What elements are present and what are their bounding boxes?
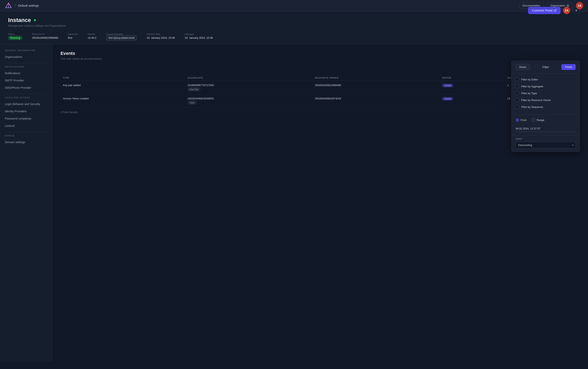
status-badge: Running [8,36,22,40]
radio-range-outer [532,118,535,122]
filter-option-filter_sequence[interactable]: Filter by Sequence [515,103,576,110]
filter-option-label-filter_resource_owner: Filter by Resource Owner [521,99,551,102]
filter-panel-title: Filter [533,65,559,69]
resource-id-label: Resource Id [32,33,58,35]
filter-option-label-filter_sequence: Filter by Sequence [521,105,543,109]
status-label: Status [8,33,22,35]
radio-range[interactable]: Range [532,118,544,122]
filter-option-filter_resource_owner[interactable]: Filter by Resource Owner [515,97,576,103]
sort-select[interactable]: DescendingAscending [515,142,576,148]
table-row[interactable]: Access Token created 250281845823039552 … [61,94,580,107]
custom-domain-badge: first-tqszuy.zitadel.cloud [106,35,137,41]
filter-panel-header: Reset Filter Finish [512,61,580,74]
sidebar-divider-3 [5,132,47,132]
filter-option-filter_type[interactable]: Filter by Type [515,90,576,97]
topnav: / Default settings Documentation Organiz… [0,0,588,11]
documentation-label: Documentation [523,4,540,7]
checkbox-filter_resource_owner[interactable] [515,98,519,102]
meta-version: Version v2.44.2 [88,33,96,39]
svg-line-4 [555,10,556,11]
meta-custom-domains: Custom Domains first-tqszuy.zitadel.clou… [106,33,137,39]
instance-subtitle: Manage your instance settings and Organi… [8,24,580,27]
cell-aggregate: 252865985776727550 Key Pair [185,81,313,94]
meta-name: Name first first [68,33,78,39]
version-label: Version [88,33,96,35]
instance-meta: Status Running Resource Id 2502818458229… [8,31,580,39]
cell-resource-owner: 250281845822974016 [313,94,440,107]
changed-label: Changed [185,33,213,35]
sidebar-item-notifications[interactable]: Notifications [0,70,52,77]
gear-icon [567,4,569,7]
events-subtitle: This view shows all occured events. [61,57,580,60]
cell-editor: zitadel [440,81,505,94]
col-resource-owner: Resource Owner [313,75,440,81]
radio-from-inner [516,119,518,121]
sidebar-item-domain-settings[interactable]: Domain settings [0,139,52,146]
instance-status-dot [34,19,36,21]
col-type: Type [61,75,185,81]
filter-bar: Filter F [61,65,580,72]
events-title: Events [61,51,580,56]
events-table: Type Aggregate Resource Owner Editor Seq… [61,75,580,107]
breadcrumb-separator: / [14,3,16,8]
documentation-button[interactable]: Documentation [519,3,544,9]
changed-value: 19. January 2024, 15:46 [185,36,213,39]
datetime-value[interactable]: 06.02.2024, 11:37:57 [515,125,576,132]
organization-label: Organization [550,4,565,7]
sidebar-item-lockout[interactable]: Lockout [0,122,52,129]
filter-reset-button[interactable]: Reset [515,64,530,70]
sidebar-item-sms[interactable]: SMS/Phone Provider [0,84,52,91]
sidebar-item-smtp[interactable]: SMTP Provider [0,77,52,84]
radio-range-label: Range [536,119,544,122]
checkbox-filter_editor[interactable] [515,78,519,81]
col-aggregate: Aggregate [185,75,313,81]
filter-option-filter_aggregate[interactable]: Filter by Aggregate [515,83,576,90]
filter-options: Filter by Editor Filter by Aggregate Fil… [512,74,580,113]
filter-option-label-filter_type: Filter by Type [521,92,537,95]
name-value: first [68,36,72,39]
checkbox-filter_type[interactable] [515,92,519,95]
sidebar-divider-2 [5,94,47,94]
instance-header: Customer Portal ZA + Instance Manage you… [0,11,588,44]
sidebar-item-login-behavior[interactable]: Login Behavior and Security [0,100,52,108]
main-content: Events This view shows all occured event… [52,44,588,362]
filter-option-label-filter_editor: Filter by Editor [521,78,538,81]
filter-panel: Reset Filter Finish Filter by Editor Fil… [511,61,580,152]
resource-id-value: 250281845822908480 [32,36,58,39]
app-logo-icon [5,2,12,9]
notifications-section-label: Notifications [0,66,52,70]
sidebar-item-identity-providers[interactable]: Identity Providers [0,108,52,115]
login-section-label: Login and Access [0,96,52,100]
meta-status: Status Running [8,33,22,39]
sort-select-wrap: DescendingAscending ▾ [515,142,576,148]
filter-finish-button[interactable]: Finish [561,64,576,70]
cell-aggregate: 250281845823039552 User [185,94,313,107]
domain-section-label: Domain [0,134,52,139]
checkbox-filter_aggregate[interactable] [515,85,519,88]
user-avatar[interactable]: ZA [576,2,583,9]
sidebar-item-password-complexity[interactable]: Password complexity [0,115,52,122]
col-editor: Editor [440,75,505,81]
checkbox-filter_sequence[interactable] [515,105,519,109]
radio-from[interactable]: From [515,118,527,122]
sort-section: Sort DescendingAscending ▾ [512,135,580,152]
instance-title: Instance [8,17,31,23]
table-row[interactable]: Key pair added 252865985776727550 Key Pa… [61,81,580,94]
sidebar-item-organizations[interactable]: Organizations [0,53,52,61]
page-title: Default settings [18,4,39,7]
meta-changed: Changed 19. January 2024, 15:46 [185,33,213,39]
filter-options-divider [512,114,580,114]
cell-resource-owner: 250281845822908480 [313,81,440,94]
radio-from-outer [515,118,519,122]
filter-option-label-filter_aggregate: Filter by Aggregate [521,85,543,88]
logo[interactable]: / Default settings [5,2,39,9]
sidebar: General Information Organizations Notifi… [0,44,52,362]
cell-type: Access Token created [61,94,185,107]
name-label: Name first [68,33,78,35]
filter-option-filter_editor[interactable]: Filter by Editor [515,76,576,83]
external-link-icon [554,9,556,12]
svg-point-3 [567,5,568,6]
datetime-row: 06.02.2024, 11:37:57 [512,124,580,135]
general-section-label: General Information [0,49,52,53]
organization-button[interactable]: Organization [547,3,573,9]
